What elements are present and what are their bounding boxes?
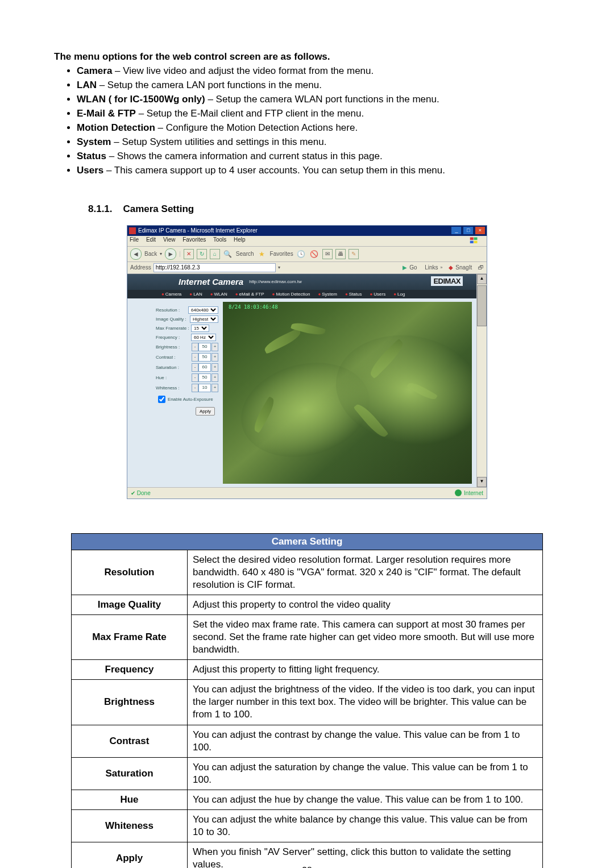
maximize-button[interactable]: □ [463, 227, 473, 234]
item-desc: – Setup the E-Mail client and FTP client… [136, 108, 364, 119]
row-desc: You can adjust the brightness of the vid… [188, 680, 543, 725]
list-item: Camera – View live video and adjust the … [77, 65, 560, 78]
item-desc: – Configure the Motion Detection Actions… [155, 122, 358, 133]
back-button[interactable]: ◄ [130, 248, 142, 260]
tab-log[interactable]: ●Log [393, 292, 405, 297]
tab-users[interactable]: ●Users [370, 292, 385, 297]
address-input[interactable] [154, 263, 276, 272]
item-desc: – Setup the camera LAN port functions in… [97, 80, 322, 90]
snagit-icon[interactable]: ◆ [449, 264, 453, 271]
close-button[interactable]: × [475, 227, 485, 234]
menu-edit[interactable]: Edit [146, 236, 156, 243]
chevron-down-icon[interactable]: ▾ [160, 251, 162, 256]
row-desc: Adjust this property to control the vide… [188, 595, 543, 614]
row-desc: Adjust this property to fitting light fr… [188, 660, 543, 680]
decrement-button[interactable]: - [192, 353, 198, 362]
menu-file[interactable]: File [130, 236, 139, 243]
table-header: Camera Setting [72, 533, 543, 550]
scroll-up-button[interactable]: ▲ [477, 274, 487, 284]
print-icon[interactable]: 🖶 [335, 249, 346, 259]
svg-rect-0 [470, 237, 473, 240]
links-label[interactable]: Links [425, 264, 438, 271]
menu-view[interactable]: View [163, 236, 176, 243]
row-key: Resolution [72, 550, 188, 595]
scroll-down-button[interactable]: ▼ [477, 477, 487, 487]
favorites-label[interactable]: Favorites [270, 251, 293, 257]
decrement-button[interactable]: - [192, 373, 198, 382]
svg-rect-3 [474, 240, 477, 243]
history-icon[interactable]: 🕓 [296, 249, 306, 259]
item-name: Users [77, 165, 103, 176]
camera-settings-panel: Resolution :640x480 Image Quality :Highe… [127, 298, 223, 487]
decrement-button[interactable]: - [192, 343, 198, 351]
live-video-preview: 8/24 18:03:46:48 [223, 302, 472, 484]
increment-button[interactable]: + [211, 353, 218, 362]
tab-wlan[interactable]: ●WLAN [210, 292, 227, 297]
decrement-button[interactable]: - [192, 384, 198, 392]
favorites-icon[interactable]: ★ [257, 249, 267, 259]
row-key: Apply [72, 842, 188, 868]
tab-lan[interactable]: ●LAN [189, 292, 202, 297]
whiteness-value[interactable]: 10 [198, 384, 211, 392]
list-item: Motion Detection – Configure the Motion … [77, 122, 560, 135]
forward-button[interactable]: ► [165, 248, 176, 260]
scroll-thumb[interactable] [477, 285, 487, 326]
auto-exposure-checkbox[interactable] [158, 396, 165, 403]
resolution-label: Resolution : [156, 308, 188, 313]
increment-button[interactable]: + [211, 373, 218, 382]
menubar: File Edit View Favorites Tools Help [127, 236, 487, 247]
saturation-value[interactable]: 60 [198, 363, 211, 372]
contrast-value[interactable]: 50 [198, 353, 211, 362]
tab-status[interactable]: ●Status [345, 292, 362, 297]
back-label: Back [144, 251, 157, 257]
svg-rect-2 [470, 240, 473, 243]
row-key: Brightness [72, 680, 188, 725]
search-icon[interactable]: 🔍 [223, 249, 233, 259]
mail-icon[interactable]: ✉ [322, 249, 333, 259]
item-name: WLAN ( for IC-1500Wg only) [77, 94, 205, 105]
list-item: Users – This camera support up to 4 user… [77, 164, 560, 177]
menu-help[interactable]: Help [234, 236, 246, 243]
item-desc: – Setup System utilities and settings in… [111, 136, 326, 147]
snagit-label[interactable]: SnagIt [455, 264, 472, 271]
home-button[interactable]: ⌂ [210, 249, 220, 259]
item-desc: – Shows the camera information and curre… [106, 151, 383, 161]
list-item: E-Mail & FTP – Setup the E-Mail client a… [77, 107, 560, 121]
globe-icon [455, 489, 462, 496]
apply-button[interactable]: Apply [196, 407, 215, 416]
tab-email-ftp[interactable]: ●eMail & FTP [235, 292, 264, 297]
tab-motion-detection[interactable]: ●Motion Detection [272, 292, 310, 297]
image-quality-select[interactable]: Highest [190, 315, 218, 323]
stop-button[interactable]: ✕ [184, 249, 194, 259]
hue-label: Hue : [156, 375, 191, 380]
minimize-button[interactable]: _ [451, 227, 461, 234]
increment-button[interactable]: + [211, 384, 218, 392]
go-icon[interactable]: ▶ [403, 264, 407, 271]
list-item: WLAN ( for IC-1500Wg only) – Setup the c… [77, 93, 560, 106]
snagit-extra-icon[interactable]: 🗗 [478, 264, 484, 271]
frequency-select[interactable]: 60 Hz [191, 334, 216, 341]
chevron-down-icon[interactable]: ▾ [278, 265, 280, 270]
increment-button[interactable]: + [211, 363, 218, 372]
resolution-select[interactable]: 640x480 [188, 306, 218, 314]
brightness-value[interactable]: 50 [198, 343, 211, 351]
menu-tools[interactable]: Tools [213, 236, 226, 243]
row-desc: You can adjust the hue by change the val… [188, 790, 543, 809]
row-desc: You can adjust the white balance by chan… [188, 810, 543, 842]
search-label[interactable]: Search [236, 251, 254, 257]
blocker-icon[interactable]: 🚫 [309, 249, 320, 259]
go-label[interactable]: Go [409, 264, 417, 271]
edit-icon[interactable]: ✎ [349, 249, 359, 259]
menu-favorites[interactable]: Favorites [182, 236, 206, 243]
max-framerate-select[interactable]: 15 [191, 325, 209, 332]
refresh-button[interactable]: ↻ [197, 249, 207, 259]
decrement-button[interactable]: - [192, 363, 198, 372]
tab-camera[interactable]: ●Camera [161, 292, 181, 297]
section-name: Camera Setting [123, 203, 194, 214]
vertical-scrollbar[interactable]: ▲ ▼ [476, 274, 487, 487]
hue-value[interactable]: 50 [198, 373, 211, 382]
item-name: LAN [77, 80, 97, 90]
tab-system[interactable]: ●System [318, 292, 337, 297]
increment-button[interactable]: + [211, 343, 218, 351]
app-icon [129, 227, 136, 234]
